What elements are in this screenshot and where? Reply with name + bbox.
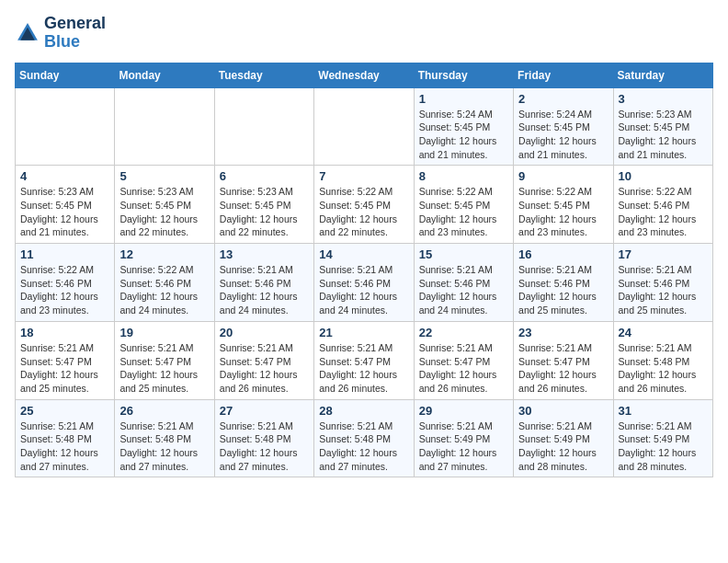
day-number: 29 — [419, 404, 508, 418]
day-number: 15 — [419, 247, 508, 261]
day-info: Sunrise: 5:21 AM Sunset: 5:46 PM Dayligh… — [220, 263, 309, 317]
day-info: Sunrise: 5:21 AM Sunset: 5:47 PM Dayligh… — [20, 341, 109, 396]
calendar-cell: 8Sunrise: 5:22 AM Sunset: 5:45 PM Daylig… — [414, 166, 513, 244]
day-info: Sunrise: 5:23 AM Sunset: 5:45 PM Dayligh… — [119, 185, 209, 239]
calendar-week-row: 1Sunrise: 5:24 AM Sunset: 5:45 PM Daylig… — [16, 87, 713, 166]
day-number: 22 — [419, 326, 508, 339]
calendar-cell: 4Sunrise: 5:23 AM Sunset: 5:45 PM Daylig… — [16, 166, 115, 244]
day-info: Sunrise: 5:24 AM Sunset: 5:45 PM Dayligh… — [518, 108, 608, 162]
day-info: Sunrise: 5:21 AM Sunset: 5:48 PM Dayligh… — [319, 419, 408, 474]
day-number: 25 — [20, 404, 109, 418]
calendar-cell: 7Sunrise: 5:22 AM Sunset: 5:45 PM Daylig… — [314, 166, 414, 244]
day-info: Sunrise: 5:22 AM Sunset: 5:45 PM Dayligh… — [518, 185, 608, 239]
day-number: 30 — [518, 404, 608, 418]
day-info: Sunrise: 5:22 AM Sunset: 5:46 PM Dayligh… — [20, 263, 109, 317]
day-info: Sunrise: 5:21 AM Sunset: 5:47 PM Dayligh… — [419, 341, 508, 396]
day-info: Sunrise: 5:22 AM Sunset: 5:45 PM Dayligh… — [419, 185, 508, 239]
day-number: 23 — [518, 326, 608, 339]
day-number: 6 — [220, 169, 309, 183]
calendar-week-row: 25Sunrise: 5:21 AM Sunset: 5:48 PM Dayli… — [16, 399, 713, 477]
day-info: Sunrise: 5:21 AM Sunset: 5:48 PM Dayligh… — [220, 419, 309, 474]
day-number: 3 — [619, 92, 708, 106]
day-number: 5 — [119, 169, 209, 183]
day-info: Sunrise: 5:22 AM Sunset: 5:45 PM Dayligh… — [319, 185, 408, 239]
calendar-cell: 20Sunrise: 5:21 AM Sunset: 5:47 PM Dayli… — [214, 321, 313, 399]
calendar-cell: 11Sunrise: 5:22 AM Sunset: 5:46 PM Dayli… — [16, 244, 115, 322]
day-info: Sunrise: 5:23 AM Sunset: 5:45 PM Dayligh… — [619, 108, 708, 162]
logo-icon — [15, 20, 40, 46]
calendar-cell: 19Sunrise: 5:21 AM Sunset: 5:47 PM Dayli… — [115, 321, 214, 399]
calendar-cell: 31Sunrise: 5:21 AM Sunset: 5:49 PM Dayli… — [613, 399, 712, 477]
day-number: 8 — [419, 169, 508, 183]
calendar-cell: 2Sunrise: 5:24 AM Sunset: 5:45 PM Daylig… — [514, 87, 613, 166]
day-info: Sunrise: 5:21 AM Sunset: 5:47 PM Dayligh… — [319, 341, 408, 396]
calendar-cell: 3Sunrise: 5:23 AM Sunset: 5:45 PM Daylig… — [613, 87, 712, 166]
calendar-cell: 12Sunrise: 5:22 AM Sunset: 5:46 PM Dayli… — [115, 244, 214, 322]
calendar-cell: 21Sunrise: 5:21 AM Sunset: 5:47 PM Dayli… — [314, 321, 414, 399]
calendar-cell: 30Sunrise: 5:21 AM Sunset: 5:49 PM Dayli… — [514, 399, 613, 477]
calendar-cell: 6Sunrise: 5:23 AM Sunset: 5:45 PM Daylig… — [214, 166, 313, 244]
day-number: 27 — [220, 404, 309, 418]
day-number: 26 — [119, 404, 209, 418]
calendar-cell: 16Sunrise: 5:21 AM Sunset: 5:46 PM Dayli… — [514, 244, 613, 322]
calendar-cell: 24Sunrise: 5:21 AM Sunset: 5:48 PM Dayli… — [613, 321, 712, 399]
calendar-cell — [314, 87, 414, 166]
day-number: 20 — [220, 326, 309, 339]
calendar-day-header: Thursday — [414, 63, 513, 87]
calendar-cell: 14Sunrise: 5:21 AM Sunset: 5:46 PM Dayli… — [314, 244, 414, 322]
calendar-cell: 17Sunrise: 5:21 AM Sunset: 5:46 PM Dayli… — [613, 244, 712, 322]
day-number: 16 — [518, 247, 608, 261]
calendar-cell: 13Sunrise: 5:21 AM Sunset: 5:46 PM Dayli… — [214, 244, 313, 322]
calendar-cell: 28Sunrise: 5:21 AM Sunset: 5:48 PM Dayli… — [314, 399, 414, 477]
logo: General Blue — [15, 15, 106, 52]
day-number: 17 — [619, 247, 708, 261]
calendar-day-header: Friday — [514, 63, 613, 87]
day-number: 10 — [619, 169, 708, 183]
calendar-cell: 22Sunrise: 5:21 AM Sunset: 5:47 PM Dayli… — [414, 321, 513, 399]
day-info: Sunrise: 5:21 AM Sunset: 5:46 PM Dayligh… — [619, 263, 708, 317]
day-number: 12 — [119, 247, 209, 261]
day-info: Sunrise: 5:22 AM Sunset: 5:46 PM Dayligh… — [119, 263, 209, 317]
day-number: 4 — [20, 169, 109, 183]
calendar-day-header: Tuesday — [214, 63, 313, 87]
day-info: Sunrise: 5:21 AM Sunset: 5:48 PM Dayligh… — [119, 419, 209, 474]
logo-text: General Blue — [44, 15, 106, 52]
day-info: Sunrise: 5:21 AM Sunset: 5:49 PM Dayligh… — [619, 419, 708, 474]
day-info: Sunrise: 5:21 AM Sunset: 5:47 PM Dayligh… — [518, 341, 608, 396]
day-info: Sunrise: 5:21 AM Sunset: 5:46 PM Dayligh… — [319, 263, 408, 317]
day-info: Sunrise: 5:23 AM Sunset: 5:45 PM Dayligh… — [220, 185, 309, 239]
calendar-day-header: Wednesday — [314, 63, 414, 87]
calendar-week-row: 4Sunrise: 5:23 AM Sunset: 5:45 PM Daylig… — [16, 166, 713, 244]
calendar-day-header: Monday — [115, 63, 214, 87]
calendar-cell — [115, 87, 214, 166]
day-info: Sunrise: 5:23 AM Sunset: 5:45 PM Dayligh… — [20, 185, 109, 239]
calendar-day-header: Saturday — [613, 63, 712, 87]
calendar-week-row: 18Sunrise: 5:21 AM Sunset: 5:47 PM Dayli… — [16, 321, 713, 399]
day-info: Sunrise: 5:22 AM Sunset: 5:46 PM Dayligh… — [619, 185, 708, 239]
day-info: Sunrise: 5:21 AM Sunset: 5:48 PM Dayligh… — [619, 341, 708, 396]
calendar-week-row: 11Sunrise: 5:22 AM Sunset: 5:46 PM Dayli… — [16, 244, 713, 322]
calendar-cell — [16, 87, 115, 166]
day-number: 28 — [319, 404, 408, 418]
day-number: 14 — [319, 247, 408, 261]
day-number: 24 — [619, 326, 708, 339]
calendar-cell: 23Sunrise: 5:21 AM Sunset: 5:47 PM Dayli… — [514, 321, 613, 399]
calendar-day-header: Sunday — [16, 63, 115, 87]
calendar-cell: 15Sunrise: 5:21 AM Sunset: 5:46 PM Dayli… — [414, 244, 513, 322]
calendar-cell: 27Sunrise: 5:21 AM Sunset: 5:48 PM Dayli… — [214, 399, 313, 477]
calendar-cell: 29Sunrise: 5:21 AM Sunset: 5:49 PM Dayli… — [414, 399, 513, 477]
calendar-cell — [214, 87, 313, 166]
day-info: Sunrise: 5:21 AM Sunset: 5:49 PM Dayligh… — [518, 419, 608, 474]
calendar-cell: 5Sunrise: 5:23 AM Sunset: 5:45 PM Daylig… — [115, 166, 214, 244]
day-info: Sunrise: 5:21 AM Sunset: 5:49 PM Dayligh… — [419, 419, 508, 474]
day-info: Sunrise: 5:21 AM Sunset: 5:48 PM Dayligh… — [20, 419, 109, 474]
calendar-cell: 18Sunrise: 5:21 AM Sunset: 5:47 PM Dayli… — [16, 321, 115, 399]
day-number: 18 — [20, 326, 109, 339]
calendar-body: 1Sunrise: 5:24 AM Sunset: 5:45 PM Daylig… — [16, 87, 713, 477]
day-info: Sunrise: 5:21 AM Sunset: 5:47 PM Dayligh… — [220, 341, 309, 396]
day-number: 9 — [518, 169, 608, 183]
day-info: Sunrise: 5:21 AM Sunset: 5:47 PM Dayligh… — [119, 341, 209, 396]
day-info: Sunrise: 5:21 AM Sunset: 5:46 PM Dayligh… — [419, 263, 508, 317]
day-number: 1 — [419, 92, 508, 106]
calendar-table: SundayMondayTuesdayWednesdayThursdayFrid… — [15, 63, 713, 478]
